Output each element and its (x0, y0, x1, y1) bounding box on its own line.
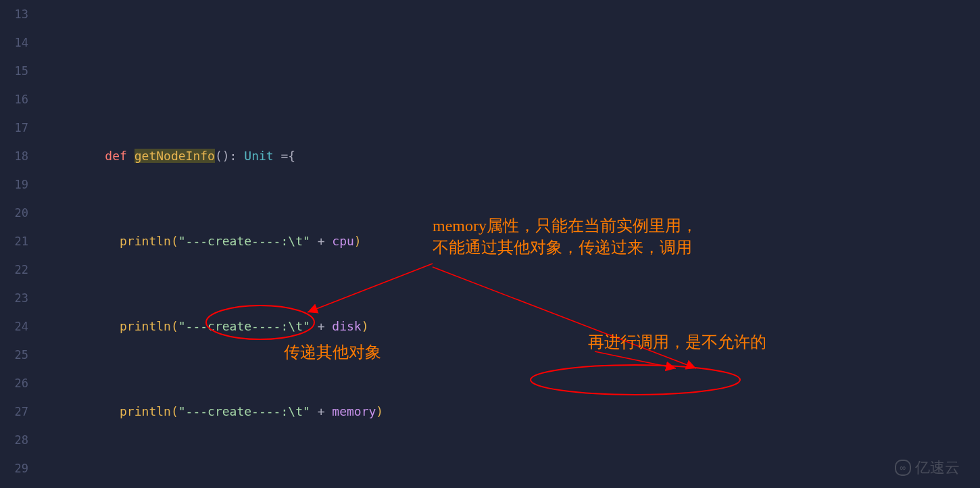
code-line: println("---create----:\t" + log) (76, 483, 980, 488)
code-line: println("---create----:\t" + memory) (76, 397, 980, 426)
annotation-not-allowed: 再进行调用，是不允许的 (588, 331, 766, 353)
watermark: ∞ 亿速云 (895, 458, 960, 478)
code-line: println("---create----:\t" + disk) (76, 312, 980, 341)
watermark-icon: ∞ (895, 460, 911, 476)
code-line: def getNodeInfo(): Unit ={ (76, 142, 980, 170)
annotation-memory-note: memory属性，只能在当前实例里用， 不能通过其他对象，传递过来，调用 (433, 215, 697, 258)
code-line (76, 57, 980, 85)
line-number-gutter: 13 14 15 16 17 18 19 20 21 22 23 24 25 2… (0, 0, 34, 488)
annotation-pass-object: 传递其他对象 (284, 341, 381, 363)
fold-gutter (34, 0, 62, 488)
